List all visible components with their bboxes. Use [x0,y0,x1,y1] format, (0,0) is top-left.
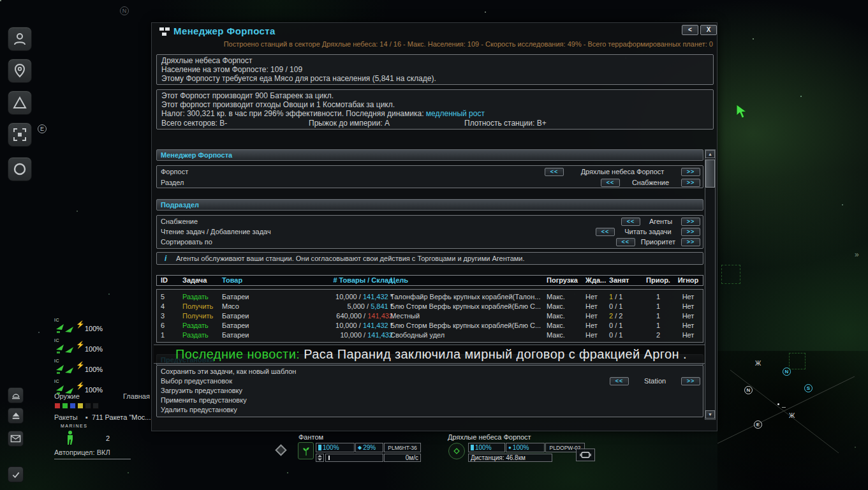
task-amount: 10,000 / 141,432 * [284,292,393,302]
tab-weapons[interactable]: Оружие [54,392,80,400]
preset-prev-button[interactable]: << [610,377,629,385]
group-color-empty-1[interactable] [85,403,91,409]
group-color-1[interactable] [54,403,61,409]
manager-section-header: Менеджер Форпоста [156,149,703,161]
comm-button[interactable] [576,449,595,461]
task-id: 1 [161,330,179,340]
production-info-panel: Этот Форпост производит 900 Батареек за … [156,89,714,130]
header-target: Цель [390,276,543,285]
section-label: Раздел [161,178,184,188]
throttle-stepper[interactable] [316,454,324,462]
sector-summary: Построено станций в секторе Дряхлые небе… [224,40,713,48]
task-ware: Мясо [222,302,283,311]
sector-object-bracket [721,265,740,284]
supply-prev-button[interactable]: << [621,218,640,226]
confirm-button[interactable] [8,466,24,482]
target-menu-button[interactable] [448,443,465,459]
weapon-group-energy: 100% [85,325,103,332]
autoaim-toggle[interactable]: Автоприцел: ВКЛ [54,449,110,456]
preset-load-row[interactable]: Загрузить предустановку [161,386,242,396]
tab-main[interactable]: Главная [123,392,150,400]
task-row-5[interactable]: 5 Раздать Батареи 10,000 / 141,432 * Тал… [157,292,703,302]
preset-apply-row[interactable]: Применить предустановку [161,396,247,405]
task-load: Макс. [547,321,582,330]
preset-save-row[interactable]: Сохранить эти задачи, как новый шаблон [161,367,296,376]
lightning-icon: ⚡ [76,320,85,329]
task-busy: 0 / 1 [609,321,642,330]
target-hull-value: 100% [513,444,529,451]
section-prev-button[interactable]: << [601,179,620,187]
task-row-6[interactable]: 6 Раздать Батареи 10,000 / 141,432 * Блю… [157,321,703,330]
weapon-group-2[interactable]: IC ⚡ 100% [54,339,112,359]
supply-selector: << Агенты >> [621,217,700,226]
sidebar-map-button[interactable] [8,59,32,83]
diamond-icon: ◆ [358,445,362,450]
supply-label: Снабжение [161,217,198,226]
section-next-button[interactable]: >> [681,179,700,187]
ship-name: Фантом [298,433,323,441]
group-color-3[interactable] [70,403,76,409]
growth-trend: медленный рост [426,109,485,118]
sidebar-pilot-button[interactable] [8,27,32,51]
task-target: Блю Сторм Верфь крупных кораблей(Блю С..… [390,321,543,330]
scroll-up-button[interactable]: ▲ [705,150,715,158]
task-target: Талонфайр Верфь крупных кораблей(Талон..… [390,292,543,302]
comm-screen-icon [580,451,591,459]
task-ware: Батареи [222,292,283,302]
supply-next-button[interactable]: >> [681,218,700,226]
scroll-down-button[interactable]: ▼ [705,410,715,419]
sort-prev-button[interactable]: << [616,238,635,246]
task-wait: Нет [585,302,608,311]
group-color-2[interactable] [62,403,68,409]
group-color-4[interactable] [77,403,84,409]
preset-next-button[interactable]: >> [681,377,700,385]
ship-menu-button[interactable] [298,442,314,459]
task-busy: 2 / 2 [609,311,642,321]
task-ignore: Нет [673,292,703,302]
task-load: Макс. [547,292,582,302]
missiles-value[interactable]: 711 Ракета "Мос... [92,413,151,421]
tasks-mode-prev-button[interactable]: << [596,228,615,236]
weapon-group-energy: 100% [85,366,103,373]
close-button[interactable]: X [700,25,717,35]
ship-hull-gauge: ◆ 29% [355,443,383,452]
speed-bar[interactable] [325,454,383,462]
sidebar-video-button[interactable] [8,122,32,147]
eject-button[interactable] [8,408,24,424]
speed-readout: 0м/с [384,454,421,462]
outpost-prev-button[interactable]: << [545,168,564,176]
weapon-group-3[interactable]: IC ⚡ 100% [54,360,112,379]
outpost-next-button[interactable]: >> [681,168,700,176]
task-row-3[interactable]: 3 Получить Батареи 640,000 / 141,432 Мес… [157,311,703,321]
dock-button[interactable] [8,387,24,403]
gravidar-display: Ж N N S Ж E [717,351,868,490]
task-type: Получить [182,311,221,321]
badge-e: E [38,124,47,133]
messages-button[interactable] [8,431,24,447]
task-row-1[interactable]: 1 Раздать Батареи 10,000 / 141,432 Свобо… [157,330,703,340]
station-population: Население на этом Форпосте: 109 / 109 [161,65,302,74]
scrollbar-thumb[interactable] [705,160,715,188]
preset-value: Station [631,376,679,386]
tasks-mode-next-button[interactable]: >> [681,228,700,236]
sidebar-navigation-button[interactable] [8,91,32,115]
back-button[interactable]: < [682,25,698,35]
sidebar-sector-button[interactable] [8,157,32,181]
task-row-4[interactable]: 4 Получить Мясо 5,000 / 5,841 * Блю Стор… [157,302,703,311]
weapon-group-1[interactable]: IC ⚡ 100% [54,319,112,338]
task-busy: 1 / 1 [609,292,642,302]
task-load: Макс. [547,302,582,311]
marine-icon [65,430,75,445]
gauge-bar-icon [471,445,474,450]
ship-marker-n-white: N [744,386,753,394]
group-color-empty-2[interactable] [92,403,99,409]
sort-next-button[interactable]: >> [681,238,700,246]
org-chart-icon [159,27,170,37]
preset-delete-row[interactable]: Удалить предустановку [161,405,237,415]
center-tick [782,407,786,408]
tasks-table-header: ID Задача Товар # Товары / Склад Цель По… [156,275,703,286]
scrollbar[interactable]: ▲ ▼ [705,149,716,420]
header-load: Погрузка [547,276,582,285]
lightning-icon: ⚡ [76,382,85,390]
header-amount: # Товары / Склад [284,276,393,285]
